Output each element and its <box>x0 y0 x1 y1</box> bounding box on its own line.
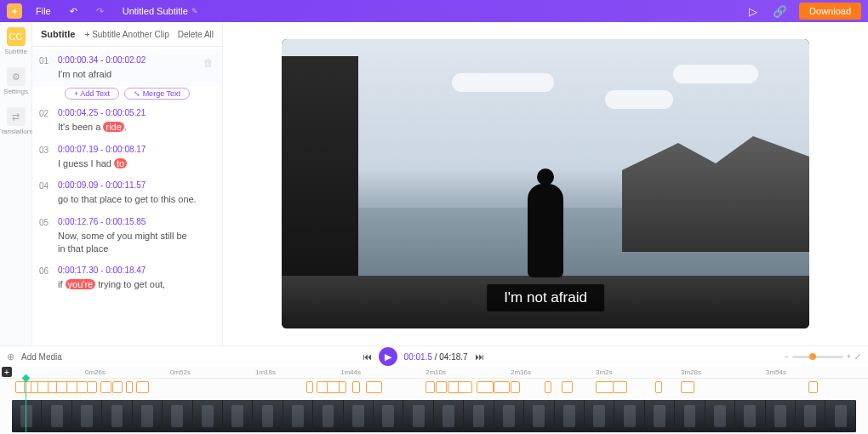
project-title[interactable]: Untitled Subtitle✎ <box>123 6 198 16</box>
video-thumbnail <box>403 400 433 432</box>
subtitle-chip[interactable] <box>494 381 510 393</box>
rail-settings[interactable]: ⚙Settings <box>3 67 28 95</box>
subtitle-row[interactable]: 060:00:17.30 - 0:00:18.47if you're tryin… <box>32 260 222 296</box>
video-thumbnail <box>675 400 705 432</box>
video-thumbnail <box>555 400 585 432</box>
subtitle-list: 010:00:00.34 - 0:00:02.02I'm not afraid🗑… <box>32 47 222 345</box>
video-subject <box>528 184 563 277</box>
add-text-button[interactable]: + Add Text <box>65 88 119 100</box>
subtitle-chip[interactable] <box>596 381 614 393</box>
subtitle-another-clip[interactable]: + Subtitle Another Clip <box>85 30 169 39</box>
subtitle-chip[interactable] <box>126 381 133 393</box>
subtitle-row[interactable]: 010:00:00.34 - 0:00:02.02I'm not afraid🗑 <box>32 50 222 86</box>
video-thumbnail <box>72 400 102 432</box>
video-thumbnail <box>585 400 614 432</box>
subtitle-track[interactable] <box>0 380 868 398</box>
video-thumbnail <box>494 400 524 432</box>
play-button[interactable]: ▶ <box>379 347 397 366</box>
subtitle-chip[interactable] <box>306 381 313 393</box>
subtitle-chip[interactable] <box>436 381 447 393</box>
step-forward[interactable]: ⏭ <box>475 351 484 362</box>
subtitle-chip[interactable] <box>87 381 97 393</box>
time-display: 00:01.5 / 04:18.7 <box>404 352 468 362</box>
add-track[interactable]: + <box>2 367 12 377</box>
subtitle-chip[interactable] <box>352 381 360 393</box>
video-thumbnail <box>344 400 374 432</box>
video-thumbnail <box>705 400 735 432</box>
side-rail: CCSubtitle⚙Settings⇄Translations <box>0 22 32 345</box>
video-thumbnail <box>434 400 464 432</box>
video-preview[interactable]: I'm not afraid <box>282 39 809 328</box>
undo-button[interactable]: ↶ <box>65 4 83 19</box>
video-thumbnail <box>253 400 283 432</box>
subtitle-chip[interactable] <box>655 381 662 393</box>
video-thumbnail <box>766 400 796 432</box>
app-logo: ✦ <box>7 3 22 19</box>
video-thumbnail <box>796 400 825 432</box>
subtitle-row[interactable]: 030:00:07.19 - 0:00:08.17I guess I had t… <box>32 140 222 175</box>
video-thumbnail <box>223 400 253 432</box>
fit-timeline[interactable]: ⤢ <box>854 352 861 361</box>
add-media-icon[interactable]: ⊕ <box>7 351 14 363</box>
video-thumbnail <box>374 400 403 432</box>
step-back[interactable]: ⏮ <box>363 351 372 362</box>
video-thumbnail <box>12 400 42 432</box>
video-thumbnail <box>193 400 223 432</box>
subtitle-row[interactable]: 050:00:12.76 - 0:00:15.85Now, some of yo… <box>32 212 222 261</box>
video-track[interactable]: ⋮⋮ <box>12 400 856 432</box>
panel-title: Subtitle <box>41 29 77 39</box>
subtitle-chip[interactable] <box>136 381 149 393</box>
merge-text-button[interactable]: ⤡ Merge Text <box>124 88 190 100</box>
preview-button[interactable]: ▷ <box>745 2 761 21</box>
zoom-slider[interactable] <box>792 356 843 358</box>
subtitle-chip[interactable] <box>681 381 694 393</box>
video-thumbnail <box>735 400 765 432</box>
share-button[interactable]: 🔗 <box>769 2 791 21</box>
video-thumbnail <box>133 400 163 432</box>
subtitle-chip[interactable] <box>366 381 382 393</box>
rail-subtitle[interactable]: CCSubtitle <box>4 27 27 55</box>
subtitle-chip[interactable] <box>100 381 111 393</box>
video-thumbnail <box>614 400 644 432</box>
subtitle-chip[interactable] <box>545 381 551 393</box>
file-menu[interactable]: File <box>31 4 56 18</box>
subtitle-chip[interactable] <box>458 381 472 393</box>
delete-all[interactable]: Delete All <box>178 30 214 39</box>
subtitle-chip[interactable] <box>425 381 435 393</box>
subtitle-row[interactable]: 040:00:09.09 - 0:00:11.57go to that plac… <box>32 175 222 211</box>
video-caption: I'm not afraid <box>487 284 604 311</box>
subtitle-chip[interactable] <box>613 381 627 393</box>
delete-icon[interactable]: 🗑 <box>203 57 214 81</box>
subtitle-chip[interactable] <box>562 381 573 393</box>
playhead[interactable] <box>26 379 26 432</box>
video-thumbnail <box>464 400 494 432</box>
video-thumbnail <box>825 400 855 432</box>
zoom-out[interactable]: − <box>784 352 788 361</box>
download-button[interactable]: Download <box>799 3 861 20</box>
video-thumbnail <box>524 400 554 432</box>
subtitle-row[interactable]: 020:00:04.25 - 0:00:05.21It's been a rid… <box>32 103 222 139</box>
subtitle-chip[interactable] <box>339 381 346 393</box>
subtitle-chip[interactable] <box>511 381 520 393</box>
video-thumbnail <box>102 400 132 432</box>
video-thumbnail <box>645 400 675 432</box>
rail-translations[interactable]: ⇄Translations <box>0 107 34 135</box>
timeline-ruler: 0m26s0m52s1m18s1m44s2m10s2m36s3m2s3m28s3… <box>0 367 868 379</box>
add-media[interactable]: Add Media <box>21 352 62 362</box>
redo-button[interactable]: ↷ <box>91 4 109 19</box>
subtitle-chip[interactable] <box>808 381 818 393</box>
zoom-in[interactable]: + <box>847 352 851 361</box>
video-thumbnail <box>163 400 192 432</box>
video-thumbnail <box>42 400 71 432</box>
subtitle-chip[interactable] <box>477 381 494 393</box>
subtitle-chip[interactable] <box>112 381 123 393</box>
video-thumbnail <box>313 400 343 432</box>
edit-icon: ✎ <box>191 7 198 15</box>
video-thumbnail <box>283 400 313 432</box>
timeline[interactable]: + 0m26s0m52s1m18s1m44s2m10s2m36s3m2s3m28… <box>0 367 868 434</box>
